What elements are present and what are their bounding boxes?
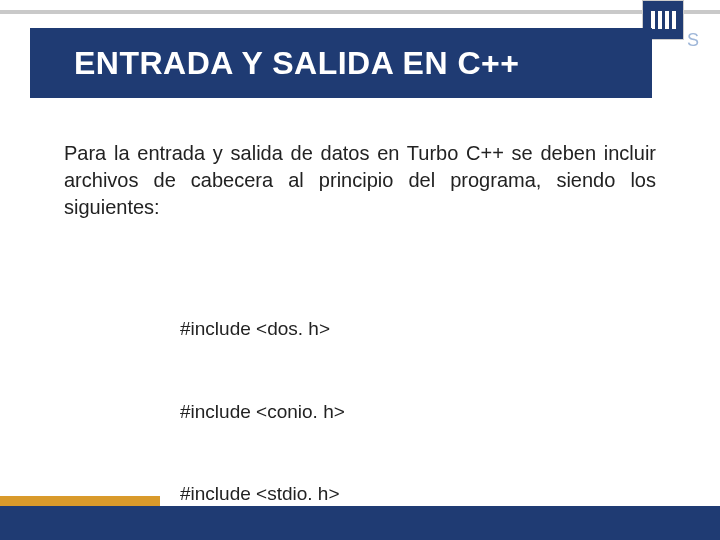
page-title: ENTRADA Y SALIDA EN C++	[74, 45, 519, 82]
footer-band	[0, 506, 720, 540]
code-block: #include <dos. h> #include <conio. h> #i…	[180, 260, 372, 540]
code-line: #include <conio. h>	[180, 398, 372, 426]
logo-bars-icon	[651, 11, 676, 29]
slide: S ENTRADA Y SALIDA EN C++ Para la entrad…	[0, 0, 720, 540]
code-line: #include <dos. h>	[180, 315, 372, 343]
logo-side-text: S	[687, 30, 700, 51]
title-band: ENTRADA Y SALIDA EN C++	[30, 28, 652, 98]
code-line: #include <stdio. h>	[180, 480, 372, 508]
intro-paragraph: Para la entrada y salida de datos en Tur…	[64, 140, 656, 221]
top-divider	[0, 10, 720, 14]
footer-accent	[0, 496, 160, 506]
